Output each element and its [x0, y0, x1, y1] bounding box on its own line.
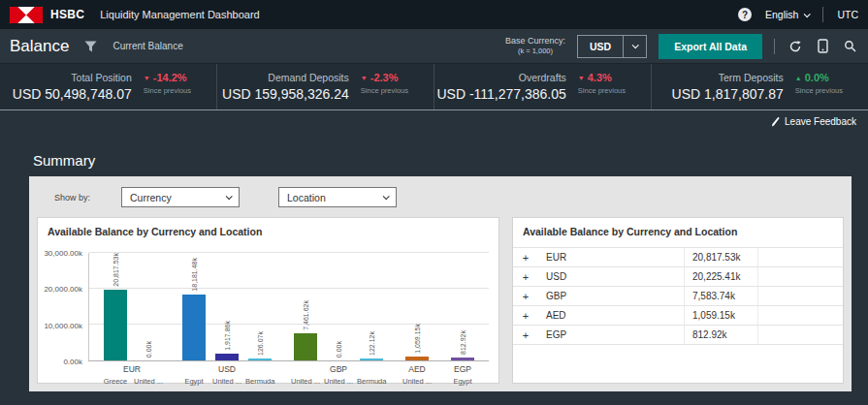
table-row[interactable]: +EUR20,817.53k: [513, 248, 843, 267]
chevron-down-icon: [226, 193, 233, 200]
chart-y-axis: 0.00k10,000.00k20,000.00k30,000.00k: [38, 253, 88, 361]
divider: [774, 39, 775, 54]
language-selector[interactable]: English: [765, 9, 809, 20]
kpi-change: ▼-14.2%: [144, 72, 191, 83]
table-row[interactable]: +EGP812.92k: [513, 326, 843, 345]
x-axis-currency-label: AED: [402, 364, 432, 374]
kpi-label: Total Position: [13, 72, 132, 83]
table-value-cell: 1,059.15k: [684, 306, 757, 325]
bar-usd-bermuda: [248, 358, 272, 360]
refresh-icon[interactable]: [787, 40, 804, 53]
kpi-tile: Demand Deposits▼-2.3%USD 159,958,326.24S…: [216, 64, 434, 109]
table-value-cell: 812.92k: [684, 326, 757, 344]
x-axis-location-label: Egypt: [448, 377, 477, 386]
x-axis-location-labels: EgyptUnited ...Bermuda: [179, 377, 274, 386]
table-currency-cell: USD: [538, 271, 684, 282]
base-currency-label: Base Currency: (k = 1,000): [505, 36, 565, 56]
x-axis-location-labels: Egypt: [448, 377, 477, 386]
table-value-cell: 20,817.53k: [684, 248, 757, 266]
x-axis-location-label: Bermuda: [357, 377, 386, 386]
x-axis-currency-label: EUR: [101, 364, 163, 374]
bar-value-label: 7,461.62k: [303, 300, 309, 330]
bar-column: 1,917.86k: [212, 253, 241, 360]
bar-value-label: 126.07k: [257, 331, 264, 356]
summary-panel: Show by: Currency Location Available Bal…: [29, 176, 852, 391]
mobile-device-icon[interactable]: [816, 39, 830, 53]
table-empty-cell: [757, 287, 843, 305]
kpi-tile: Overdrafts▼4.3%USD -111,277,386.05Since …: [434, 64, 651, 109]
balance-table: +EUR20,817.53k+USD20,225.41k+GBP7,583.74…: [513, 247, 843, 345]
base-currency-select[interactable]: USD: [577, 35, 647, 58]
bar-column: 0.00k: [324, 253, 353, 360]
kpi-label: Term Deposits: [672, 72, 784, 83]
table-empty-cell: [757, 306, 843, 325]
x-axis-location-label: Egypt: [179, 377, 209, 386]
balance-chart-card: Available Balance by Currency and Locati…: [37, 217, 499, 384]
balance-toolbar: Balance Current Balance Base Currency: (…: [0, 29, 868, 64]
chart-group-eur: 20,817.53k0.00kEURGreeceUnited ...: [101, 253, 163, 360]
table-empty-cell: [757, 248, 843, 266]
view-subtitle: Current Balance: [113, 41, 182, 51]
y-axis-tick-label: 0.00k: [63, 358, 82, 366]
export-all-data-button[interactable]: Export All Data: [659, 34, 762, 59]
kpi-caption: Since previous: [578, 86, 626, 102]
kpi-change: ▼4.3%: [578, 72, 626, 83]
kpi-change: ▲0.0%: [795, 72, 843, 83]
bar-column: 18,181.48k: [179, 253, 209, 360]
x-axis-currency-label: EGP: [448, 364, 477, 374]
kpi-value: USD 50,498,748.07: [13, 86, 132, 102]
kpi-strip: Total Position▼-14.2%USD 50,498,748.07Si…: [0, 64, 868, 110]
triangle-down-icon: ▼: [578, 75, 585, 81]
kpi-tile: Term Deposits▲0.0%USD 1,817,807.87Since …: [651, 64, 868, 109]
bar-value-label: 812.92k: [460, 330, 466, 355]
chart-group-egp: 812.92kEGPEgypt: [448, 253, 477, 360]
bar-usd-united: [215, 354, 239, 360]
x-axis-location-labels: United ...: [402, 377, 432, 386]
bar-column: 122.12k: [357, 253, 386, 360]
show-by-currency-select[interactable]: Currency: [121, 187, 240, 207]
bar-column: 7,461.62k: [291, 253, 320, 360]
filter-funnel-icon[interactable]: [84, 41, 97, 52]
expand-row-icon[interactable]: +: [513, 291, 538, 302]
leave-feedback-button[interactable]: Leave Feedback: [771, 116, 856, 127]
expand-row-icon[interactable]: +: [513, 271, 538, 283]
brand-name: HSBC: [50, 8, 84, 21]
show-by-location-select[interactable]: Location: [278, 187, 397, 207]
x-axis-location-labels: GreeceUnited ...: [101, 377, 163, 386]
kpi-change: ▼-2.3%: [361, 72, 408, 83]
kpi-value: USD 159,958,326.24: [222, 86, 349, 102]
x-axis-location-labels: United ...United ...Bermuda: [291, 377, 386, 386]
x-axis-location-label: United ...: [291, 377, 320, 386]
app-title: Liquidity Management Dashboard: [100, 9, 260, 20]
expand-row-icon[interactable]: +: [513, 310, 538, 322]
bar-usd-egypt: [182, 295, 206, 360]
kpi-value: USD 1,817,807.87: [672, 86, 784, 102]
x-axis-currency-label: USD: [179, 364, 274, 374]
table-row[interactable]: +GBP7,583.74k: [513, 287, 843, 306]
expand-row-icon[interactable]: +: [513, 329, 538, 341]
kpi-label: Overdrafts: [436, 72, 565, 83]
bar-gbp-bermuda: [360, 358, 383, 360]
help-icon[interactable]: ?: [738, 8, 752, 21]
kpi-caption: Since previous: [144, 86, 191, 102]
kpi-value: USD -111,277,386.05: [436, 86, 565, 102]
leave-feedback-label: Leave Feedback: [785, 116, 856, 127]
table-row[interactable]: +AED1,059.15k: [513, 306, 843, 326]
bar-column: 0.00k: [134, 253, 163, 360]
language-label: English: [765, 9, 798, 20]
bar-column: 1,059.15k: [402, 253, 432, 360]
bar-value-label: 1,917.86k: [224, 321, 231, 351]
search-icon[interactable]: [842, 40, 858, 52]
table-empty-cell: [757, 267, 843, 286]
y-axis-tick-label: 10,000.00k: [44, 321, 82, 329]
divider: [822, 7, 823, 22]
bar-aed-united: [405, 357, 429, 360]
chevron-down-icon: [623, 36, 646, 57]
table-currency-cell: EUR: [538, 252, 684, 263]
table-row[interactable]: +USD20,225.41k: [513, 267, 843, 287]
expand-row-icon[interactable]: +: [513, 252, 538, 264]
bar-value-label: 122.12k: [369, 331, 375, 356]
bar-value-label: 1,059.15k: [414, 324, 421, 354]
chart-plot-area: 20,817.53k0.00kEURGreeceUnited ...18,181…: [88, 253, 489, 361]
bar-value-label: 0.00k: [145, 341, 152, 358]
